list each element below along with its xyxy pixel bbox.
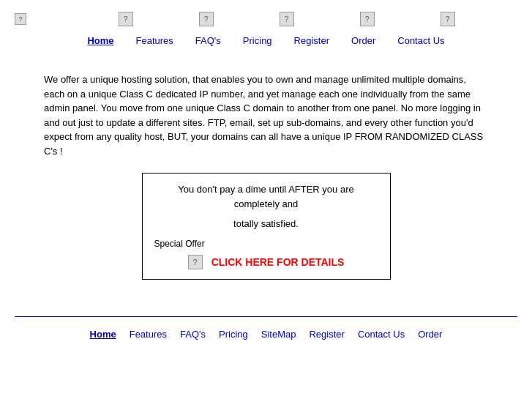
bottom-nav: Home Features FAQ's Pricing SiteMap Regi… <box>0 324 532 344</box>
nav-link-pricing[interactable]: Pricing <box>243 35 272 46</box>
offer-inner: ? CLICK HERE FOR DETAILS <box>154 255 378 270</box>
nav-link-faqs[interactable]: FAQ's <box>195 35 221 46</box>
top-small-icon: ? <box>15 13 26 25</box>
bottom-nav-order[interactable]: Order <box>418 329 442 340</box>
bottom-nav-faqs[interactable]: FAQ's <box>180 329 206 340</box>
main-body-text: We offer a unique hosting solution, that… <box>44 72 488 158</box>
nav-link-register[interactable]: Register <box>294 35 329 46</box>
banner-icon-2: ? <box>199 12 214 26</box>
bottom-nav-features[interactable]: Features <box>130 329 167 340</box>
banner-icon-4: ? <box>360 12 375 26</box>
main-content: We offer a unique hosting solution, that… <box>0 65 532 309</box>
bottom-nav-sitemap[interactable]: SiteMap <box>261 329 296 340</box>
banner-icon-3: ? <box>280 12 294 26</box>
main-nav: Home Features FAQ's Pricing Register Ord… <box>0 31 532 51</box>
nav-link-order[interactable]: Order <box>351 35 375 46</box>
section-divider <box>15 316 517 317</box>
nav-link-contact[interactable]: Contact Us <box>397 35 444 46</box>
offer-text-line2: totally satisfied. <box>154 217 378 231</box>
banner-icon-1: ? <box>119 12 133 26</box>
top-icons-row: ? ? ? ? ? ? <box>0 7 532 31</box>
banner-icon-5: ? <box>441 12 455 26</box>
nav-link-home[interactable]: Home <box>87 35 113 46</box>
click-here-link[interactable]: CLICK HERE FOR DETAILS <box>211 255 345 270</box>
bottom-nav-register[interactable]: Register <box>309 329 344 340</box>
special-offer-label: Special Offer <box>154 239 205 249</box>
offer-icon: ? <box>188 255 203 269</box>
bottom-nav-home[interactable]: Home <box>90 329 116 340</box>
offer-box: You don't pay a dime until AFTER you are… <box>142 173 391 280</box>
nav-link-features[interactable]: Features <box>136 35 173 46</box>
top-icons-center: ? ? ? ? ? <box>56 12 517 26</box>
bottom-nav-contact[interactable]: Contact Us <box>358 329 405 340</box>
offer-text-line1: You don't pay a dime until AFTER you are… <box>154 182 378 211</box>
bottom-nav-pricing[interactable]: Pricing <box>219 329 248 340</box>
